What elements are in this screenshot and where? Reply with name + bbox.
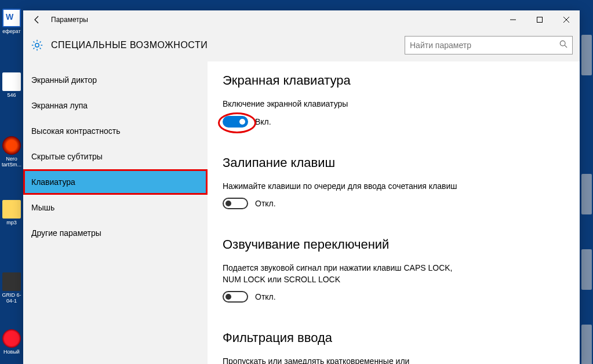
maximize-button[interactable] bbox=[526, 10, 553, 29]
sidebar-item-narrator[interactable]: Экранный диктор bbox=[23, 67, 208, 93]
back-button[interactable] bbox=[23, 10, 51, 29]
section-title-toggle-keys: Озвучивание переключений bbox=[223, 237, 565, 252]
toggle-sticky-keys[interactable] bbox=[223, 198, 248, 209]
desktop-right-icons bbox=[581, 0, 593, 364]
sidebar-item-label: Скрытые субтитры bbox=[31, 152, 103, 161]
desktop-icon-label: 546 bbox=[7, 92, 16, 98]
svg-line-6 bbox=[565, 45, 567, 48]
section-title-sticky-keys: Залипание клавиш bbox=[223, 155, 565, 170]
setting-label: Включение экранной клавиатуры bbox=[223, 99, 565, 110]
desktop-icon-nero[interactable]: Nero tartSm... bbox=[0, 136, 23, 168]
desktop-right-slice[interactable] bbox=[581, 325, 592, 364]
setting-label: Подается звуковой сигнал при нажатии кла… bbox=[223, 263, 472, 285]
svg-point-5 bbox=[560, 41, 565, 46]
desktop-icon-grid[interactable]: GRID 6-04-1 bbox=[0, 272, 23, 304]
toggle-state-text: Откл. bbox=[255, 292, 276, 301]
toggle-state-text: Откл. bbox=[255, 199, 276, 208]
toggle-row: Откл. bbox=[223, 291, 565, 303]
gear-icon bbox=[30, 38, 44, 52]
toggle-row: Вкл. bbox=[223, 116, 565, 128]
svg-rect-1 bbox=[537, 17, 543, 23]
close-button[interactable] bbox=[553, 10, 580, 29]
sidebar-item-label: Мышь bbox=[31, 203, 54, 212]
header: СПЕЦИАЛЬНЫЕ ВОЗМОЖНОСТИ bbox=[23, 29, 580, 61]
desktop-icon-label: Новый bbox=[3, 349, 20, 355]
desktop-icon-label: mp3 bbox=[6, 220, 17, 225]
toggle-row: Откл. bbox=[223, 198, 565, 209]
sidebar-item-label: Экранный диктор bbox=[31, 75, 97, 85]
sidebar: Экранный диктор Экранная лупа Высокая ко… bbox=[23, 61, 208, 364]
svg-point-4 bbox=[35, 43, 39, 47]
settings-window: Параметры СПЕЦИАЛЬНЫЕ ВОЗМОЖНОСТИ Экранн… bbox=[23, 10, 580, 364]
sidebar-item-other[interactable]: Другие параметры bbox=[23, 220, 208, 246]
sidebar-item-magnifier[interactable]: Экранная лупа bbox=[23, 93, 208, 118]
section-title-onscreen-keyboard: Экранная клавиатура bbox=[223, 73, 565, 88]
desktop: еферат 546 Nero tartSm... mp3 GRID 6-04-… bbox=[0, 0, 23, 364]
sidebar-item-label: Экранная лупа bbox=[31, 101, 88, 110]
window-body: Экранный диктор Экранная лупа Высокая ко… bbox=[23, 61, 580, 364]
titlebar: Параметры bbox=[23, 10, 580, 29]
search-box[interactable] bbox=[405, 36, 573, 54]
desktop-icon-txt[interactable]: 546 bbox=[0, 72, 23, 98]
setting-label: Нажимайте клавиши по очереди для ввода с… bbox=[223, 181, 565, 192]
search-input[interactable] bbox=[410, 41, 559, 50]
toggle-toggle-keys[interactable] bbox=[223, 291, 248, 303]
desktop-icon-folder[interactable]: mp3 bbox=[0, 200, 23, 225]
desktop-icon-opera[interactable]: Новый bbox=[0, 329, 23, 355]
header-title: СПЕЦИАЛЬНЫЕ ВОЗМОЖНОСТИ bbox=[51, 40, 208, 50]
sidebar-item-label: Высокая контрастность bbox=[31, 126, 120, 136]
setting-label: Пропускать или замедлять кратковременные… bbox=[223, 356, 472, 364]
sidebar-item-keyboard[interactable]: Клавиатура bbox=[23, 169, 208, 195]
minimize-button[interactable] bbox=[500, 10, 526, 29]
toggle-onscreen-keyboard[interactable] bbox=[223, 116, 248, 128]
desktop-icon-word[interactable]: еферат bbox=[0, 9, 23, 34]
toggle-state-text: Вкл. bbox=[255, 117, 271, 126]
desktop-right-slice[interactable] bbox=[581, 35, 592, 75]
content: Экранная клавиатура Включение экранной к… bbox=[208, 61, 580, 364]
search-icon bbox=[559, 40, 567, 50]
sidebar-item-label: Клавиатура bbox=[31, 177, 75, 187]
sidebar-item-mouse[interactable]: Мышь bbox=[23, 195, 208, 220]
section-title-filter-keys: Фильтрация ввода bbox=[223, 330, 565, 345]
sidebar-item-closed-captions[interactable]: Скрытые субтитры bbox=[23, 144, 208, 169]
desktop-right-slice[interactable] bbox=[581, 174, 592, 214]
window-title: Параметры bbox=[51, 16, 88, 24]
desktop-icon-label: еферат bbox=[2, 28, 20, 34]
sidebar-item-label: Другие параметры bbox=[31, 228, 101, 238]
desktop-icon-label: Nero tartSm... bbox=[0, 156, 23, 168]
annotation-highlight bbox=[223, 116, 248, 128]
sidebar-item-high-contrast[interactable]: Высокая контрастность bbox=[23, 118, 208, 144]
desktop-right-slice[interactable] bbox=[581, 249, 592, 290]
desktop-icon-label: GRID 6-04-1 bbox=[0, 292, 23, 304]
